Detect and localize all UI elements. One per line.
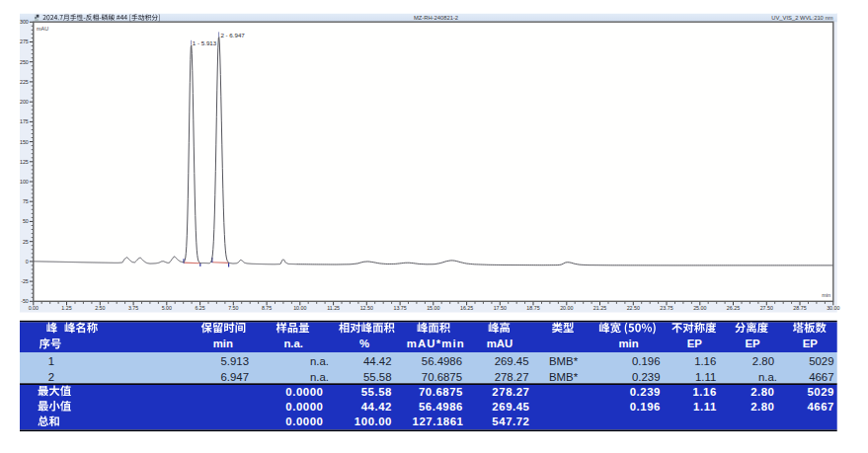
svg-text:0.239: 0.239 (632, 371, 661, 383)
svg-text:10.00: 10.00 (293, 305, 306, 311)
svg-text:125: 125 (20, 159, 29, 165)
svg-text:7.50: 7.50 (228, 305, 238, 311)
svg-text:269.45: 269.45 (492, 401, 529, 413)
svg-text:UV_VIS_2 WVL:210 nm: UV_VIS_2 WVL:210 nm (771, 15, 832, 21)
svg-text:0.0000: 0.0000 (285, 401, 323, 413)
svg-text:2.80: 2.80 (752, 355, 774, 367)
svg-text:55.58: 55.58 (361, 386, 392, 398)
svg-text:15.00: 15.00 (427, 305, 439, 311)
svg-text:mAU*min: mAU*min (407, 338, 464, 349)
svg-text:EP: EP (687, 338, 703, 349)
svg-text:13.75: 13.75 (393, 305, 406, 311)
svg-text:0: 0 (26, 259, 29, 264)
svg-text:2 - 6.947: 2 - 6.947 (220, 32, 245, 38)
svg-text:23.75: 23.75 (660, 305, 672, 311)
svg-text:28.75: 28.75 (793, 305, 806, 311)
svg-text:mAU: mAU (37, 26, 48, 32)
svg-text:-25: -25 (21, 278, 29, 284)
svg-text:min: min (822, 292, 830, 298)
svg-text:0.196: 0.196 (630, 401, 661, 413)
svg-text:5.00: 5.00 (162, 305, 172, 311)
svg-text:250: 250 (20, 59, 29, 65)
svg-text:278.27: 278.27 (495, 371, 529, 383)
svg-text:200: 200 (20, 99, 29, 105)
svg-text:n.a.: n.a. (310, 371, 329, 383)
svg-text:17.50: 17.50 (494, 305, 507, 311)
svg-text:1.11: 1.11 (693, 401, 717, 413)
svg-text:22.50: 22.50 (627, 305, 640, 311)
svg-text:MZ-RH-240821-2: MZ-RH-240821-2 (414, 15, 458, 21)
svg-text:EP: EP (745, 338, 760, 349)
svg-text:5.913: 5.913 (220, 355, 249, 367)
svg-text:min: min (618, 338, 638, 349)
svg-text:1.16: 1.16 (692, 386, 716, 398)
svg-text:269.45: 269.45 (495, 355, 529, 367)
svg-text:0.0000: 0.0000 (285, 415, 323, 427)
svg-text:56.4986: 56.4986 (419, 401, 463, 413)
svg-text:11.25: 11.25 (327, 305, 340, 311)
svg-text:2.50: 2.50 (95, 305, 105, 311)
svg-text:5029: 5029 (807, 386, 834, 398)
svg-text:n.a.: n.a. (310, 355, 329, 367)
svg-text:278.27: 278.27 (492, 386, 529, 398)
svg-text:mAU: mAU (487, 338, 513, 349)
svg-text:18.75: 18.75 (526, 305, 539, 311)
svg-text:75: 75 (23, 198, 29, 204)
svg-text:0.0000: 0.0000 (285, 386, 323, 398)
svg-text:50: 50 (23, 218, 29, 224)
svg-text:44.42: 44.42 (363, 355, 392, 367)
svg-text:55.58: 55.58 (363, 371, 392, 383)
svg-text:2.80: 2.80 (750, 401, 774, 413)
svg-text:3.75: 3.75 (128, 305, 138, 311)
svg-text:BMB*: BMB* (549, 371, 579, 383)
svg-text:27.50: 27.50 (760, 305, 773, 311)
svg-text:20.00: 20.00 (560, 305, 573, 311)
svg-text:70.6875: 70.6875 (419, 386, 463, 398)
svg-text:300: 300 (20, 19, 29, 25)
svg-text:0.00: 0.00 (29, 305, 39, 311)
svg-text:EP: EP (803, 338, 819, 349)
svg-text:100: 100 (20, 179, 29, 185)
svg-text:225: 225 (20, 79, 29, 85)
svg-text:44.42: 44.42 (361, 401, 392, 413)
svg-text:70.6875: 70.6875 (422, 371, 462, 383)
svg-text:0.239: 0.239 (630, 386, 661, 398)
svg-text:127.1861: 127.1861 (413, 415, 464, 427)
svg-text:BMB*: BMB* (549, 355, 579, 367)
svg-text:26.25: 26.25 (727, 305, 740, 311)
svg-text:2: 2 (48, 371, 54, 383)
svg-text:n.a.: n.a. (758, 371, 777, 383)
svg-text:2.80: 2.80 (750, 386, 774, 398)
svg-text:1.16: 1.16 (694, 355, 716, 367)
svg-text:n.a.: n.a. (283, 338, 303, 349)
svg-text:25.00: 25.00 (693, 305, 706, 311)
svg-text:-50: -50 (21, 298, 29, 304)
svg-text:547.72: 547.72 (492, 415, 529, 427)
svg-text:1 - 5.913: 1 - 5.913 (193, 39, 217, 46)
svg-text:12.50: 12.50 (360, 305, 373, 311)
svg-text:%: % (359, 338, 369, 349)
svg-text:min: min (213, 338, 233, 349)
svg-text:275: 275 (20, 38, 29, 44)
svg-text:6.947: 6.947 (220, 371, 249, 383)
svg-text:21.25: 21.25 (593, 305, 606, 311)
svg-text:8.75: 8.75 (262, 305, 272, 311)
svg-text:100.00: 100.00 (355, 415, 392, 427)
svg-text:4667: 4667 (807, 401, 834, 413)
svg-text:0.196: 0.196 (632, 355, 661, 367)
svg-text:5029: 5029 (809, 355, 833, 367)
svg-text:56.4986: 56.4986 (422, 355, 462, 367)
svg-text:30.00: 30.00 (827, 305, 839, 311)
svg-text:16.25: 16.25 (460, 305, 473, 311)
svg-text:175: 175 (20, 118, 29, 124)
svg-text:25: 25 (23, 239, 29, 245)
svg-text:6.25: 6.25 (195, 305, 204, 311)
svg-text:4667: 4667 (809, 371, 833, 383)
svg-text:1.25: 1.25 (61, 305, 71, 311)
svg-text:1.11: 1.11 (695, 371, 716, 383)
svg-text:150: 150 (20, 139, 29, 145)
svg-text:1: 1 (48, 355, 54, 367)
